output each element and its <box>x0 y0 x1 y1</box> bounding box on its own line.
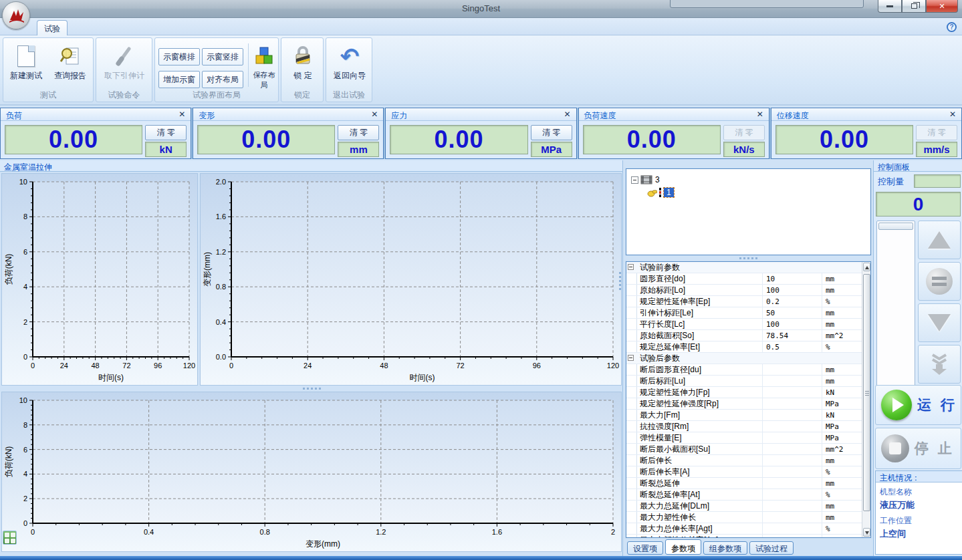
table-row[interactable]: 规定塑性延伸率[Ep] 0.2 % <box>626 296 870 307</box>
fast-down-button[interactable] <box>918 345 961 384</box>
table-row[interactable]: 最大力总延伸[DLm] mm <box>626 501 870 512</box>
windows-vertical-button[interactable]: 示窗竖排 <box>202 48 243 65</box>
table-row[interactable]: 最大力[Fm] kN <box>626 410 870 421</box>
param-value[interactable] <box>763 398 822 409</box>
panel-close-icon[interactable]: ✕ <box>371 110 378 119</box>
table-row[interactable]: 规定总延伸率[Et] 0.5 % <box>626 341 870 353</box>
minimize-button[interactable] <box>878 0 902 13</box>
table-row[interactable]: 断后最小截面积[Su] mm^2 <box>626 444 870 455</box>
param-value[interactable] <box>763 376 822 386</box>
table-row[interactable]: 规定塑性延伸强度[Rp] MPa <box>626 398 870 410</box>
clear-zero-button[interactable]: 清 零 <box>723 125 765 140</box>
bottom-tab[interactable]: 组参数项 <box>703 541 747 555</box>
stop-button[interactable]: 停 止 <box>875 428 961 469</box>
param-value[interactable] <box>763 501 822 511</box>
scrollbar-thumb[interactable] <box>863 274 870 511</box>
table-row[interactable]: 试验前参数 <box>626 262 870 273</box>
param-value[interactable] <box>763 523 822 534</box>
return-wizard-button[interactable]: ↶ 返回向导 <box>329 42 370 90</box>
param-value[interactable] <box>763 512 822 523</box>
bottom-tab[interactable]: 设置项 <box>627 541 663 555</box>
group-collapse-icon[interactable] <box>628 264 634 270</box>
hold-button[interactable] <box>918 262 961 301</box>
table-row[interactable]: 最大力塑性伸长率[Ag] % <box>626 535 870 538</box>
tab-test[interactable]: 试验 <box>37 20 68 35</box>
table-row[interactable]: 断裂总延伸率[At] % <box>626 489 870 501</box>
query-report-button[interactable]: 查询报告 <box>49 42 91 90</box>
param-value[interactable] <box>763 478 822 488</box>
param-value[interactable]: 10 <box>763 273 822 284</box>
tree-root-node[interactable]: 3 <box>629 174 870 185</box>
param-value[interactable]: 100 <box>763 319 822 329</box>
table-row[interactable]: 断后伸长 mm <box>626 455 870 466</box>
table-row[interactable]: 圆形直径[do] 10 mm <box>626 273 870 285</box>
param-value[interactable] <box>763 535 822 538</box>
param-value[interactable]: 0.5 <box>763 341 822 352</box>
clear-zero-button[interactable]: 清 零 <box>338 125 379 140</box>
scroll-up-icon[interactable] <box>863 263 870 271</box>
param-value[interactable] <box>763 432 822 443</box>
param-value[interactable]: 100 <box>763 285 822 295</box>
table-row[interactable]: 断后标距[Lu] mm <box>626 376 870 387</box>
param-value[interactable] <box>763 466 822 477</box>
run-button[interactable]: 运 行 <box>875 385 961 425</box>
table-row[interactable]: 断后圆形直径[du] mm <box>626 364 870 376</box>
panel-close-icon[interactable]: ✕ <box>564 110 571 119</box>
slider-thumb[interactable] <box>878 223 913 230</box>
table-row[interactable]: 原始截面积[So] 78.54 mm^2 <box>626 330 870 341</box>
param-value[interactable] <box>763 444 822 454</box>
table-row[interactable]: 试验后参数 <box>626 353 870 364</box>
clear-zero-button[interactable]: 清 零 <box>531 125 572 140</box>
vertical-splitter[interactable] <box>618 267 622 294</box>
group-collapse-icon[interactable] <box>628 355 634 361</box>
table-row[interactable]: 断后伸长率[A] % <box>626 466 870 478</box>
panel-close-icon[interactable]: ✕ <box>178 110 185 119</box>
add-window-button[interactable]: 增加示窗 <box>158 71 200 88</box>
table-row[interactable]: 最大力总伸长率[Agt] % <box>626 523 870 535</box>
panel-close-icon[interactable]: ✕ <box>757 110 763 119</box>
close-button[interactable]: ✕ <box>926 0 958 13</box>
param-value[interactable]: 50 <box>763 307 822 318</box>
scroll-down-icon[interactable] <box>863 528 870 537</box>
table-row[interactable]: 规定塑性延伸力[Fp] kN <box>626 387 870 398</box>
param-value[interactable]: 78.54 <box>763 330 822 341</box>
param-value[interactable]: 0.2 <box>763 296 822 307</box>
table-row[interactable]: 最大力塑性伸长 mm <box>626 512 870 523</box>
param-value[interactable] <box>763 364 822 375</box>
panel-close-icon[interactable]: ✕ <box>949 110 956 119</box>
tree-child-node[interactable]: 1 <box>646 188 870 197</box>
param-value[interactable] <box>763 410 822 420</box>
remove-extensometer-button[interactable]: 取下引伸计 <box>101 42 148 90</box>
align-layout-button[interactable]: 对齐布局 <box>202 71 243 88</box>
new-test-button[interactable]: 新建测试 <box>5 42 47 90</box>
table-row[interactable]: 引伸计标距[Le] 50 mm <box>626 307 870 319</box>
tree-table-splitter[interactable] <box>626 256 871 261</box>
help-icon[interactable]: ? <box>947 22 957 32</box>
table-row[interactable]: 原始标距[Lo] 100 mm <box>626 285 870 296</box>
move-down-button[interactable] <box>918 303 961 342</box>
clear-zero-button[interactable]: 清 零 <box>916 125 957 140</box>
table-row[interactable]: 平行长度[Lc] 100 mm <box>626 319 870 330</box>
control-quantity-input[interactable] <box>914 174 961 188</box>
save-layout-button[interactable]: 保存布局 <box>250 42 278 90</box>
table-row[interactable]: 弹性模量[E] MPa <box>626 432 870 444</box>
app-logo-button[interactable] <box>2 1 30 29</box>
windows-horizontal-button[interactable]: 示窗横排 <box>158 48 200 65</box>
move-up-button[interactable] <box>918 221 961 259</box>
clear-zero-button[interactable]: 清 零 <box>145 125 187 140</box>
restore-button[interactable] <box>902 0 926 13</box>
param-value[interactable] <box>763 489 822 500</box>
param-value[interactable] <box>763 421 822 432</box>
layout-grid-button[interactable] <box>3 531 17 545</box>
horizontal-splitter[interactable] <box>1 386 622 391</box>
table-row[interactable]: 抗拉强度[Rm] MPa <box>626 421 870 432</box>
speed-slider[interactable] <box>876 221 915 386</box>
param-value[interactable] <box>763 455 822 466</box>
param-value[interactable] <box>763 387 822 398</box>
bottom-tab[interactable]: 参数项 <box>665 539 701 555</box>
tree-collapse-icon[interactable] <box>631 176 638 184</box>
lock-button[interactable]: 锁 定 <box>282 42 324 90</box>
table-scrollbar[interactable] <box>862 262 870 537</box>
table-row[interactable]: 断裂总延伸 mm <box>626 478 870 489</box>
bottom-tab[interactable]: 试验过程 <box>749 541 794 555</box>
